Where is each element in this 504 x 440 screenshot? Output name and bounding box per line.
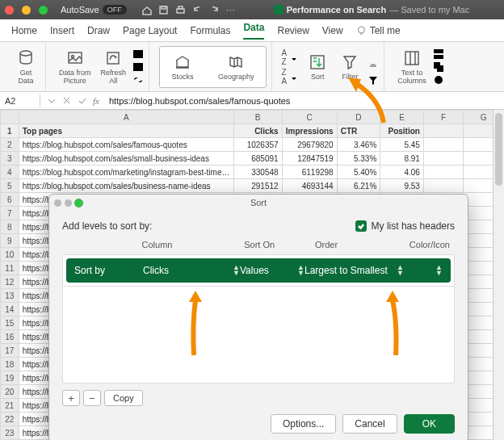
tab-review[interactable]: Review [277,25,309,36]
row-header[interactable]: 3 [1,152,19,166]
add-level-button[interactable]: + [62,390,80,406]
cell[interactable]: https://blog.hubspot.com/sales/small-bus… [19,152,233,166]
has-headers-checkbox[interactable]: My list has headers [355,220,455,232]
cell[interactable]: 4.06 [380,166,424,179]
cell[interactable] [423,138,464,152]
vertical-scrollbar[interactable] [493,110,504,440]
tab-data[interactable]: Data [243,22,264,40]
cell[interactable] [423,179,464,193]
cell[interactable]: https://blog.hubspot.com/sales/famous-qu… [19,138,233,152]
edit-links-icon[interactable] [132,74,144,86]
cell[interactable]: 12847519 [282,152,337,166]
row-header[interactable]: 23 [1,426,19,440]
copy-level-button[interactable]: Copy [104,390,143,406]
row-header[interactable]: 2 [1,138,19,152]
window-close-icon[interactable] [5,6,14,15]
window-minimize-icon[interactable] [22,6,31,15]
save-icon[interactable] [158,5,169,15]
remove-level-button[interactable]: − [83,390,101,406]
tab-formulas[interactable]: Formulas [190,25,230,36]
cell[interactable]: 330548 [233,166,282,179]
tell-me[interactable]: Tell me [356,25,401,36]
row-header[interactable]: 8 [1,220,19,234]
ok-button[interactable]: OK [404,414,455,434]
row-header[interactable]: 19 [1,371,19,385]
cell[interactable] [423,124,464,138]
cell[interactable]: 9.53 [380,179,424,193]
cell[interactable] [423,152,464,166]
row-header[interactable]: 21 [1,399,19,413]
scroll-thumb[interactable] [495,113,502,186]
data-validation-icon[interactable] [433,74,444,86]
row-header[interactable]: 1 [1,124,19,138]
sort-order-select[interactable]: Largest to Smallest ▲▼▲▼ [304,265,443,276]
name-box[interactable]: A2 [0,94,40,107]
stocks-button[interactable]: Stocks [168,52,197,82]
sort-level-row[interactable]: Sort by Clicks▲▼ Values▲▼ Largest to Sma… [66,258,451,283]
tab-draw[interactable]: Draw [87,25,110,36]
sort-on-select[interactable]: Values▲▼ [240,265,304,276]
accept-check-icon[interactable] [78,96,86,105]
row-header[interactable]: 5 [1,179,19,193]
cell[interactable]: Top pages [19,124,233,138]
cell[interactable]: 291512 [233,179,282,193]
options-button[interactable]: Options... [271,414,336,434]
row-header[interactable]: 13 [1,289,19,303]
cell[interactable]: 685091 [233,152,282,166]
col-header[interactable]: C [282,111,337,124]
row-header[interactable]: 10 [1,248,19,262]
col-header[interactable]: F [423,111,464,124]
reapply-icon[interactable] [368,61,379,73]
sort-desc-button[interactable]: ZA [282,68,300,86]
autosave-toggle[interactable]: AutoSave OFF [61,5,127,15]
cell[interactable]: Impressions [282,124,337,138]
row-header[interactable]: 20 [1,385,19,399]
row-header[interactable]: 9 [1,234,19,248]
get-data-button[interactable]: Get Data [11,48,40,86]
more-icon[interactable]: ··· [226,5,236,15]
undo-icon[interactable] [192,5,203,15]
cell[interactable]: 5.40% [337,166,380,179]
filter-button[interactable]: Filter [335,52,364,82]
col-header[interactable]: E [380,111,424,124]
redo-icon[interactable] [209,5,220,15]
row-header[interactable]: 7 [1,207,19,220]
cell[interactable]: 6119298 [282,166,337,179]
advanced-icon[interactable] [368,74,379,86]
cell[interactable]: 4693144 [282,179,337,193]
row-header[interactable]: 22 [1,413,19,426]
row-header[interactable]: 11 [1,262,19,275]
print-icon[interactable] [175,5,186,15]
queries-icon[interactable] [132,48,144,60]
cell[interactable]: https://blog.hubspot.com/marketing/insta… [19,166,233,179]
cell[interactable]: CTR [337,124,380,138]
cancel-x-icon[interactable] [62,96,71,105]
geography-button[interactable]: Geography [215,52,258,82]
row-header[interactable]: 15 [1,316,19,330]
tab-view[interactable]: View [322,25,343,36]
caret-down-icon[interactable] [47,96,56,105]
formula-input[interactable]: https://blog.hubspot.com/sales/famous-qu… [106,96,290,106]
cell[interactable]: 29679820 [282,138,337,152]
cell[interactable]: https://blog.hubspot.com/sales/business-… [19,179,233,193]
tab-home[interactable]: Home [11,25,37,36]
cancel-button[interactable]: Cancel [342,414,397,434]
refresh-all-button[interactable]: Refresh All [98,48,130,86]
cell[interactable]: 5.33% [337,152,380,166]
cell[interactable]: 6.21% [337,179,380,193]
home-icon[interactable] [141,5,152,15]
col-header[interactable]: A [19,111,233,124]
cell[interactable]: Position [380,124,424,138]
text-to-columns-button[interactable]: Text to Columns [394,48,430,86]
sort-column-select[interactable]: Clicks▲▼ [143,265,240,276]
cell[interactable]: 8.91 [380,152,424,166]
properties-icon[interactable] [132,61,144,73]
col-header[interactable]: B [233,111,282,124]
clear-icon[interactable] [368,48,379,60]
col-header[interactable]: D [337,111,380,124]
row-header[interactable]: 4 [1,166,19,179]
cell[interactable] [423,166,464,179]
tab-insert[interactable]: Insert [50,25,74,36]
flash-fill-icon[interactable] [433,48,444,60]
select-all-corner[interactable] [1,111,19,124]
